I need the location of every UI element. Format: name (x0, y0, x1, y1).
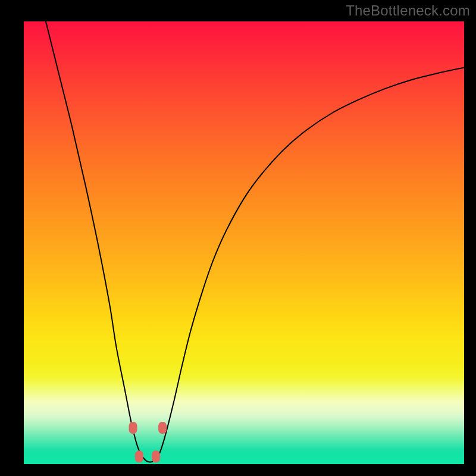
chart-container: TheBottleneck.com (0, 0, 476, 476)
curve-marker-0 (129, 422, 137, 434)
bottleneck-curve (46, 21, 464, 462)
curve-marker-1 (135, 450, 143, 462)
curve-marker-3 (158, 422, 167, 434)
plot-area (24, 21, 464, 464)
watermark-text: TheBottleneck.com (346, 2, 470, 19)
curve-plot (24, 21, 464, 464)
curve-markers (129, 422, 167, 462)
curve-marker-2 (152, 450, 160, 462)
